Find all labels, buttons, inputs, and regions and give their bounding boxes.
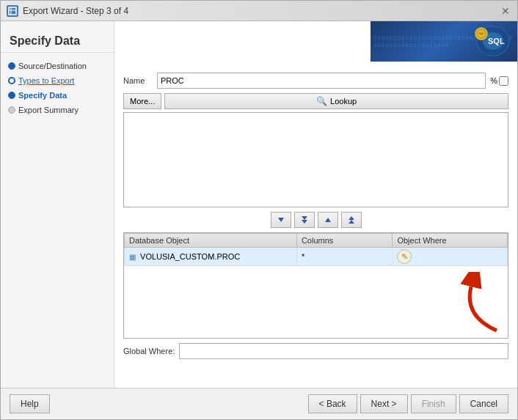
red-arrow-annotation (449, 272, 504, 334)
arrow-up-single[interactable] (318, 212, 338, 228)
db-object-value: VOLUSIA_CUSTOM.PROC (140, 252, 240, 261)
form-section: Name % More... 🔍 Lookup (123, 73, 508, 359)
edit-pencil-button[interactable]: ✎ (397, 249, 412, 264)
db-table-area: Database Object Columns Object Where ▦ V… (123, 232, 508, 339)
more-btn-label: More... (130, 97, 155, 106)
lookup-icon: 🔍 (316, 96, 327, 106)
svg-marker-10 (302, 220, 307, 224)
step-dot-source (8, 62, 15, 70)
col-header-database-object: Database Object (125, 234, 297, 248)
sidebar-item-specify-data: Specify Data (1, 88, 114, 103)
sidebar-label-source: Source/Destination (18, 62, 87, 70)
sidebar-label-export: Export Summary (18, 106, 79, 114)
svg-marker-9 (302, 216, 307, 220)
finish-label: Finish (422, 399, 445, 409)
toolbar-row: More... 🔍 Lookup (123, 93, 508, 109)
name-row: Name % (123, 73, 508, 89)
window-icon (7, 5, 18, 17)
step-dot-export (8, 106, 15, 114)
arrow-buttons-row (123, 212, 508, 228)
cell-database-object: ▦ VOLUSIA_CUSTOM.PROC (125, 248, 297, 266)
sidebar-label-specify: Specify Data (18, 91, 67, 100)
table-header-row: Database Object Columns Object Where (125, 234, 508, 248)
next-button[interactable]: Next > (360, 394, 408, 413)
title-bar-left: Export Wizard - Step 3 of 4 (7, 5, 128, 17)
bottom-bar: Help < Back Next > Finish Cancel (1, 388, 517, 419)
help-label: Help (21, 399, 39, 409)
page-header-sidebar: Specify Data (1, 29, 114, 53)
data-list-area (123, 112, 508, 207)
window-title: Export Wizard - Step 3 of 4 (23, 6, 128, 16)
sidebar-item-export-summary: Export Summary (1, 103, 114, 117)
svg-marker-13 (349, 216, 354, 220)
close-button[interactable]: ✕ (500, 5, 511, 17)
next-label: Next > (371, 399, 397, 409)
cell-columns: * (296, 248, 393, 266)
db-table: Database Object Columns Object Where ▦ V… (124, 233, 508, 266)
title-bar: Export Wizard - Step 3 of 4 ✕ (1, 1, 517, 21)
arrow-down-double[interactable] (294, 212, 315, 228)
sidebar-header-title: Specify Data (10, 34, 80, 47)
banner-logo-svg: SQL (471, 25, 511, 58)
table-grid-icon: ▦ (129, 253, 136, 261)
step-dot-specify (8, 92, 15, 99)
more-button[interactable]: More... (123, 93, 161, 109)
global-where-label: Global Where: (123, 347, 175, 355)
percent-label: % (490, 76, 497, 85)
back-button[interactable]: < Back (308, 394, 357, 413)
content-area: Specify Data Source/Destination Types to… (1, 21, 517, 388)
svg-marker-12 (349, 220, 354, 224)
global-where-input[interactable] (179, 343, 508, 359)
help-button[interactable]: Help (10, 394, 50, 413)
lookup-button[interactable]: 🔍 Lookup (164, 93, 508, 109)
svg-marker-8 (278, 218, 284, 222)
arrow-down-single[interactable] (271, 212, 291, 228)
global-where-row: Global Where: (123, 343, 508, 359)
col-header-object-where: Object Where (393, 234, 508, 248)
table-row[interactable]: ▦ VOLUSIA_CUSTOM.PROC * ✎ (125, 248, 508, 266)
sidebar: Specify Data Source/Destination Types to… (1, 21, 114, 388)
step-dot-types (8, 77, 15, 84)
svg-marker-11 (325, 218, 331, 222)
name-input[interactable] (157, 73, 486, 89)
cell-object-where: ✎ (393, 248, 508, 266)
sidebar-item-types-to-export[interactable]: Types to Export (1, 73, 114, 88)
sidebar-item-source-destination: Source/Destination (1, 59, 114, 73)
nav-button-group: < Back Next > Finish Cancel (308, 394, 508, 413)
main-panel: 0101010101010101010101010101010101010101… (114, 21, 517, 388)
svg-text:SQL: SQL (488, 37, 505, 45)
lookup-btn-label: Lookup (330, 97, 357, 106)
arrow-up-double[interactable] (341, 212, 362, 228)
banner: 0101010101010101010101010101010101010101… (371, 21, 517, 62)
cancel-label: Cancel (470, 399, 497, 409)
sidebar-label-types[interactable]: Types to Export (18, 76, 74, 85)
col-header-columns: Columns (296, 234, 393, 248)
name-label: Name (123, 76, 153, 85)
svg-rect-0 (9, 7, 16, 15)
finish-button[interactable]: Finish (411, 394, 456, 413)
main-window: Export Wizard - Step 3 of 4 ✕ Specify Da… (0, 0, 518, 420)
back-label: < Back (319, 399, 346, 409)
percent-checkbox[interactable] (499, 76, 508, 86)
cancel-button[interactable]: Cancel (459, 394, 508, 413)
percent-check-group: % (490, 76, 508, 86)
